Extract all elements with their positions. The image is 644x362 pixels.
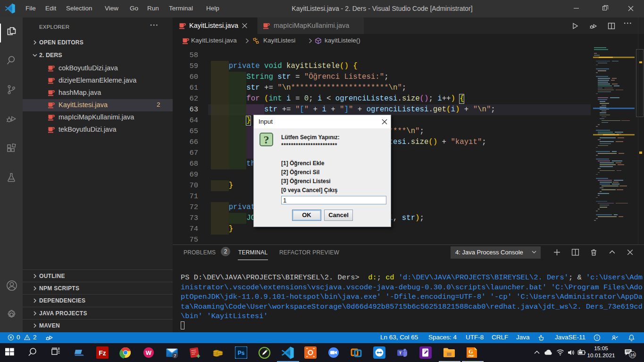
svg-text:Ps: Ps [238, 350, 245, 356]
svg-text:W: W [146, 349, 152, 356]
svg-text:T: T [399, 350, 402, 355]
svg-text:Fz: Fz [99, 349, 106, 357]
svg-text:PDF: PDF [468, 354, 474, 357]
svg-text:7: 7 [174, 353, 176, 358]
svg-text:G: G [468, 348, 473, 355]
